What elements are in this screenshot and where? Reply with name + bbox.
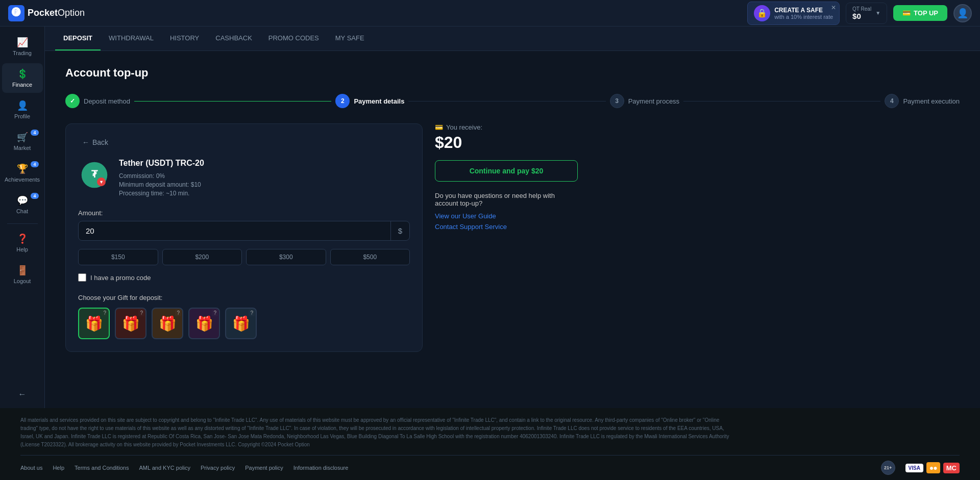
- promo-row: I have a promo code: [78, 273, 410, 282]
- stepper: ✓ Deposit method 2 Payment details 3 Pay…: [65, 94, 960, 108]
- help-text: Do you have questions or need help with …: [435, 192, 578, 207]
- age-badge: 21+: [881, 461, 895, 475]
- visa-icon: VISA: [905, 464, 923, 472]
- footer-payment[interactable]: Payment policy: [245, 465, 283, 471]
- safe-banner[interactable]: 🔒 CREATE A SAFE with a 10% interest rate…: [747, 2, 840, 25]
- receive-label: 💳 You receive:: [435, 123, 578, 131]
- sidebar-item-achievements[interactable]: 🏆 Achievements 4: [2, 158, 43, 188]
- support-link[interactable]: Contact Support Service: [435, 223, 578, 231]
- logo-text: PocketOption: [28, 8, 85, 18]
- user-avatar[interactable]: 👤: [953, 4, 972, 22]
- topup-icon: 💳: [902, 9, 911, 17]
- connector-3: [683, 101, 880, 102]
- profile-icon: 👤: [17, 100, 28, 111]
- logout-icon: 🚪: [17, 265, 28, 276]
- step-1: ✓ Deposit method: [65, 94, 130, 108]
- tab-cashback[interactable]: CASHBACK: [207, 27, 260, 50]
- tether-icon: ₮ ▼: [81, 161, 108, 189]
- footer-right: 21+ VISA ●● MC: [881, 461, 960, 475]
- promo-label[interactable]: I have a promo code: [90, 274, 151, 282]
- currency-symbol: $: [390, 221, 409, 240]
- footer-about[interactable]: About us: [20, 465, 42, 471]
- finance-icon: 💲: [17, 68, 28, 80]
- receive-icon: 💳: [435, 123, 443, 131]
- receive-value: $20: [435, 133, 578, 152]
- step-4: 4 Payment execution: [885, 94, 960, 108]
- payment-details-text: Tether (USDT) TRC-20 Commission: 0% Mini…: [119, 159, 204, 197]
- sidebar-label-help: Help: [16, 246, 28, 252]
- logo-icon: 🅟: [8, 5, 24, 21]
- amount-section: Amount: $: [78, 209, 410, 241]
- sidebar-item-logout[interactable]: 🚪 Logout: [2, 260, 43, 289]
- svg-text:₮: ₮: [91, 169, 98, 180]
- footer-legal: All materials and services provided on t…: [20, 416, 735, 449]
- user-guide-link[interactable]: View our User Guide: [435, 212, 578, 220]
- footer-left: About us Help Terms and Conditions AML a…: [20, 465, 348, 471]
- step-3-circle: 3: [610, 94, 624, 108]
- chat-badge: 4: [31, 193, 38, 199]
- footer-privacy[interactable]: Privacy policy: [201, 465, 235, 471]
- back-button[interactable]: ← Back: [78, 136, 112, 148]
- step-3-label: Payment process: [628, 97, 679, 105]
- mc2-icon: MC: [943, 463, 960, 473]
- tab-history[interactable]: HISTORY: [162, 27, 207, 50]
- quick-amount-200[interactable]: $200: [162, 249, 242, 265]
- tab-withdrawal[interactable]: WITHDRAWAL: [101, 27, 162, 50]
- quick-amount-500[interactable]: $500: [330, 249, 410, 265]
- footer-terms[interactable]: Terms and Conditions: [75, 465, 129, 471]
- market-badge: 4: [31, 130, 38, 136]
- gifts-section: Choose your Gift for deposit: 🎁 ? 🎁 ?: [78, 294, 410, 339]
- gift-item-5[interactable]: 🎁 ?: [225, 308, 257, 339]
- sidebar-item-market[interactable]: 🛒 Market 4: [2, 127, 43, 156]
- step-1-circle: ✓: [65, 94, 80, 108]
- payment-icons: VISA ●● MC: [905, 462, 960, 473]
- safe-text: CREATE A SAFE with a 10% interest rate: [774, 7, 833, 20]
- gift-item-3[interactable]: 🎁 ?: [152, 308, 183, 339]
- balance-chevron: ▼: [875, 10, 880, 16]
- quick-amount-300[interactable]: $300: [246, 249, 326, 265]
- continue-button[interactable]: Continue and pay $20: [435, 160, 578, 182]
- sidebar-item-trading[interactable]: 📈 Trading: [2, 32, 43, 61]
- mastercard-icon: ●●: [926, 462, 940, 473]
- footer-help[interactable]: Help: [53, 465, 64, 471]
- sidebar-item-help[interactable]: ❓ Help: [2, 228, 43, 258]
- footer: All materials and services provided on t…: [0, 408, 980, 480]
- promo-checkbox[interactable]: [78, 273, 86, 282]
- top-header: 🅟 PocketOption 🔒 CREATE A SAFE with a 10…: [0, 0, 980, 27]
- footer-aml[interactable]: AML and KYC policy: [139, 465, 190, 471]
- sidebar-label-achievements: Achievements: [5, 176, 40, 183]
- sidebar: 📈 Trading 💲 Finance 👤 Profile 🛒 Market 4…: [0, 27, 45, 408]
- chat-icon: 💬: [17, 195, 28, 206]
- payment-card: ← Back ₮ ▼: [65, 123, 423, 352]
- gifts-row: 🎁 ? 🎁 ? 🎁 ?: [78, 308, 410, 339]
- logo[interactable]: 🅟 PocketOption: [8, 5, 85, 21]
- connector-2: [408, 101, 605, 102]
- balance-area[interactable]: QT Real $0 ▼: [846, 3, 887, 24]
- tab-promo[interactable]: PROMO CODES: [260, 27, 327, 50]
- step-3: 3 Payment process: [610, 94, 679, 108]
- footer-info[interactable]: Information disclosure: [293, 465, 349, 471]
- close-safe-banner[interactable]: ✕: [831, 4, 836, 11]
- help-section: Do you have questions or need help with …: [435, 192, 578, 231]
- sidebar-item-chat[interactable]: 💬 Chat 4: [2, 190, 43, 219]
- sidebar-collapse[interactable]: ←: [13, 385, 32, 404]
- help-icon: ❓: [17, 233, 28, 244]
- quick-amount-150[interactable]: $150: [78, 249, 158, 265]
- gift-item-2[interactable]: 🎁 ?: [115, 308, 146, 339]
- page-title: Account top-up: [65, 66, 960, 80]
- step-4-circle: 4: [885, 94, 899, 108]
- gift-item-4[interactable]: 🎁 ?: [188, 308, 220, 339]
- tab-safe[interactable]: MY SAFE: [327, 27, 373, 50]
- amount-input[interactable]: [79, 221, 390, 240]
- gift-item-1[interactable]: 🎁 ?: [78, 308, 110, 339]
- safe-icon: 🔒: [754, 5, 770, 21]
- topup-button[interactable]: 💳 TOP UP: [893, 5, 947, 21]
- footer-links: About us Help Terms and Conditions AML a…: [20, 455, 960, 480]
- sidebar-label-chat: Chat: [16, 208, 28, 214]
- payment-logo: ₮ ▼: [78, 159, 111, 191]
- back-arrow-icon: ←: [82, 138, 89, 146]
- sidebar-item-finance[interactable]: 💲 Finance: [2, 63, 43, 93]
- tab-deposit[interactable]: DEPOSIT: [55, 27, 101, 50]
- sidebar-item-profile[interactable]: 👤 Profile: [2, 95, 43, 124]
- form-layout: ← Back ₮ ▼: [65, 123, 960, 352]
